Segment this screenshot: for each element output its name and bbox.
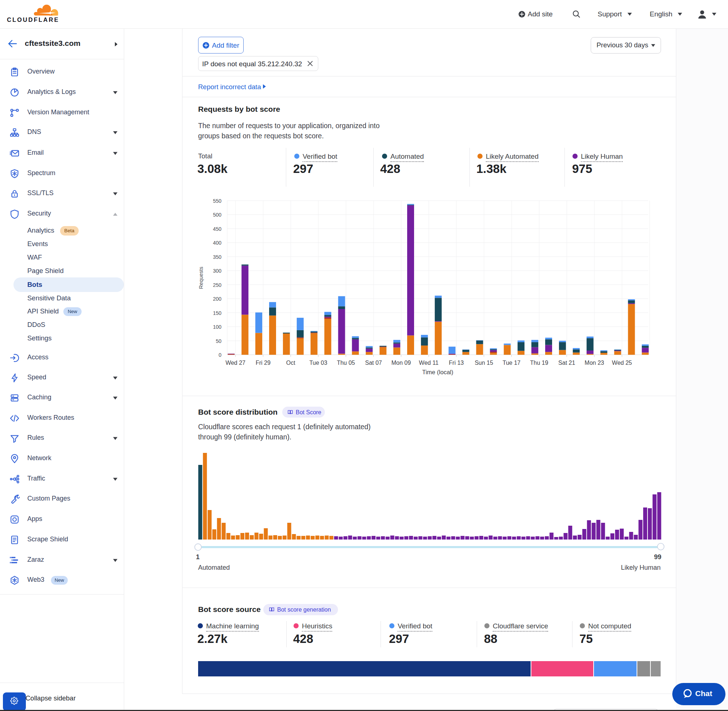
svg-text:50: 50	[216, 338, 222, 344]
svg-text:500: 500	[213, 212, 222, 218]
svg-text:250: 250	[213, 282, 222, 288]
svg-text:350: 350	[213, 254, 222, 260]
svg-text:0: 0	[219, 352, 222, 358]
svg-text:Thu 19: Thu 19	[530, 360, 548, 366]
svg-text:Mon 23: Mon 23	[585, 360, 604, 366]
svg-text:Fri 13: Fri 13	[449, 360, 464, 366]
svg-text:200: 200	[213, 296, 222, 302]
svg-text:Requests: Requests	[198, 267, 204, 289]
svg-text:Mon 09: Mon 09	[391, 360, 411, 366]
svg-text:Wed 11: Wed 11	[419, 360, 439, 366]
svg-text:Wed 27: Wed 27	[226, 360, 245, 366]
svg-text:Time (local): Time (local)	[422, 369, 453, 375]
svg-text:Oct: Oct	[286, 360, 295, 366]
svg-text:Thu 05: Thu 05	[337, 360, 355, 366]
svg-text:Sat 07: Sat 07	[365, 360, 382, 366]
svg-text:100: 100	[213, 324, 222, 330]
svg-text:150: 150	[213, 310, 222, 316]
svg-text:Wed 25: Wed 25	[612, 360, 632, 366]
svg-text:Tue 03: Tue 03	[309, 360, 327, 366]
svg-text:Fri 29: Fri 29	[255, 360, 270, 366]
svg-text:550: 550	[213, 198, 222, 204]
svg-text:Sat 21: Sat 21	[558, 360, 575, 366]
svg-text:400: 400	[213, 240, 222, 246]
svg-text:450: 450	[213, 226, 222, 232]
svg-text:300: 300	[213, 268, 222, 274]
svg-text:Sun 15: Sun 15	[474, 360, 493, 366]
svg-text:Tue 17: Tue 17	[502, 360, 520, 366]
